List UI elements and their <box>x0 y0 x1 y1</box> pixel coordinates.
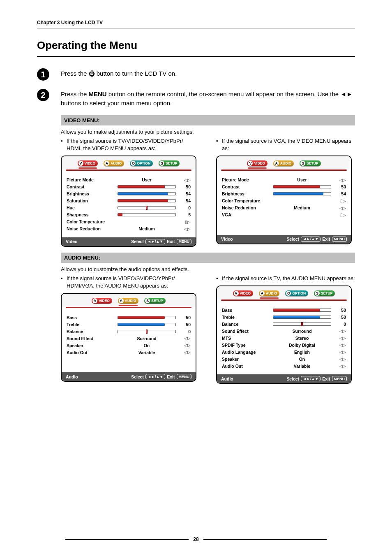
slider-bar[interactable] <box>118 323 176 326</box>
osd-row-value: Surround <box>273 329 331 334</box>
osd-tab-audio[interactable]: AAUDIO <box>257 290 281 298</box>
osd-row[interactable]: Sound EffectSurround◁▷ <box>222 327 346 334</box>
osd-row[interactable]: Audio LanguageEnglish◁▷ <box>222 348 346 355</box>
audio-tab-icon: A <box>119 298 124 303</box>
slider-bar[interactable] <box>118 206 176 209</box>
osd-tabs: VVIDEOAAUDIOSSETUP <box>62 294 196 307</box>
osd-tab-video[interactable]: VVIDEO <box>245 160 269 168</box>
osd-tab-label: OPTION <box>137 161 150 165</box>
osd-tab-label: VIDEO <box>240 291 251 295</box>
slider-bar[interactable] <box>118 185 176 188</box>
osd-row[interactable]: SPDIF TypeDolby Digital◁▷ <box>222 341 346 348</box>
osd-row[interactable]: Contrast50 <box>222 183 346 190</box>
osd-row[interactable]: Hue0 <box>67 204 191 211</box>
osd-row-number: 50 <box>334 315 346 320</box>
osd-tab-audio[interactable]: AAUDIO <box>116 297 140 305</box>
arrow-lr-icon: ◁▷ <box>178 343 191 348</box>
osd-tab-option[interactable]: OOPTION <box>284 290 310 298</box>
slider-bar[interactable] <box>118 330 176 333</box>
option-tab-icon: O <box>131 161 136 166</box>
osd-row-label: VGA <box>222 212 270 217</box>
osd-row-label: Sound Effect <box>222 329 270 334</box>
step-1: 1 Press the ⏻ button to turn the LCD TV … <box>37 67 355 81</box>
osd-row[interactable]: Noise ReductionMedium◁▷ <box>67 225 191 232</box>
audio-col-left: ▪ If the signal source is VIDEO/SVIDEO/Y… <box>61 275 200 384</box>
osd-footer-menu-badge: MENU <box>332 237 347 242</box>
slider-bar[interactable] <box>273 309 331 312</box>
slider-bar[interactable] <box>273 323 331 326</box>
osd-row-number: 54 <box>178 191 191 196</box>
osd-row[interactable]: Noise ReductionMedium◁▷ <box>222 204 346 211</box>
slider-bar[interactable] <box>273 185 331 188</box>
video-left-bullet: ▪ If the signal source is TV/VIDEO/SVIDE… <box>61 137 200 152</box>
osd-row[interactable]: Treble50 <box>222 313 346 320</box>
osd-row[interactable]: Sound EffectSurround◁▷ <box>67 335 191 342</box>
osd-tab-audio[interactable]: AAUDIO <box>102 160 126 168</box>
osd-footer-exit-label: Exit <box>167 374 175 379</box>
osd-row[interactable]: Sharpness5 <box>67 211 191 218</box>
osd-row[interactable]: Bass50 <box>67 314 191 321</box>
osd-tab-video[interactable]: VVIDEO <box>76 160 99 168</box>
osd-row[interactable]: Brightness54 <box>222 190 346 197</box>
arrow-enter-icon: ▯▷ <box>178 220 191 224</box>
step-number-2: 2 <box>37 89 49 101</box>
osd-tab-setup[interactable]: SSETUP <box>312 290 337 298</box>
osd-tab-label: VIDEO <box>254 161 265 165</box>
osd-row[interactable]: MTSStereo◁▷ <box>222 334 346 341</box>
osd-row[interactable]: Picture ModeUser◁▷ <box>222 176 346 183</box>
audio-left-bullet: ▪ If the signal source is VIDEO/SVIDEO/Y… <box>61 275 200 290</box>
osd-row-value: Dolby Digital <box>273 343 331 348</box>
osd-row[interactable]: Audio OutVariable◁▷ <box>222 362 346 369</box>
osd-tab-label: SETUP <box>321 291 332 295</box>
audio-col-right: ▪ If the signal source is TV, the AUDIO … <box>216 275 355 384</box>
osd-row-value: Variable <box>118 350 176 355</box>
osd-row[interactable]: Balance0 <box>67 328 191 335</box>
osd-body: Picture ModeUser◁▷Contrast50Brightness54… <box>62 172 196 237</box>
osd-row[interactable]: Balance0 <box>222 320 346 327</box>
osd-tab-option[interactable]: OOPTION <box>128 160 154 168</box>
osd-row-label: Audio Out <box>67 350 115 355</box>
osd-tab-setup[interactable]: SSETUP <box>143 297 167 305</box>
osd-tab-video[interactable]: VVIDEO <box>90 297 113 305</box>
osd-row-number: 0 <box>334 322 346 327</box>
osd-row-label: Contrast <box>67 184 115 189</box>
osd-footer-name: Audio <box>221 376 233 381</box>
osd-row-label: Bass <box>222 308 270 313</box>
page-number-area: 28 <box>0 536 392 542</box>
osd-tab-pill: VVIDEO <box>78 160 98 166</box>
osd-row[interactable]: Bass50 <box>222 306 346 313</box>
osd-tab-audio[interactable]: AAUDIO <box>272 160 295 168</box>
osd-row[interactable]: Audio OutVariable◁▷ <box>67 349 191 356</box>
osd-row[interactable]: Treble50 <box>67 321 191 328</box>
osd-tab-label: AUDIO <box>266 291 277 295</box>
osd-row-label: Speaker <box>67 343 115 348</box>
video-right-bullet: ▪ If the signal source is VGA, the VIDEO… <box>216 137 355 152</box>
arrow-lr-icon: ◁▷ <box>178 178 191 182</box>
osd-tab-setup[interactable]: SSETUP <box>298 160 322 168</box>
slider-bar[interactable] <box>118 316 176 319</box>
osd-row[interactable]: SpeakerOn◁▷ <box>222 355 346 362</box>
osd-row[interactable]: Color Temperature▯▷ <box>222 197 346 204</box>
osd-row[interactable]: Brightness54 <box>67 190 191 197</box>
slider-bar[interactable] <box>273 192 331 195</box>
osd-row[interactable]: Picture ModeUser◁▷ <box>67 176 191 183</box>
osd-row[interactable]: VGA▯▷ <box>222 211 346 218</box>
osd-tab-setup[interactable]: SSETUP <box>157 160 181 168</box>
audio-tab-icon: A <box>260 291 265 296</box>
osd-row[interactable]: Color Temperature▯▷ <box>67 218 191 225</box>
osd-row[interactable]: Saturation54 <box>67 197 191 204</box>
video-col-left: ▪ If the signal source is TV/VIDEO/SVIDE… <box>61 137 200 247</box>
osd-tab-video[interactable]: VVIDEO <box>231 290 255 298</box>
osd-row[interactable]: SpeakerOn◁▷ <box>67 342 191 349</box>
slider-bar[interactable] <box>273 316 331 319</box>
osd-row-value: Medium <box>273 205 331 210</box>
osd-row-label: Treble <box>222 315 270 320</box>
slider-bar[interactable] <box>118 192 176 195</box>
osd-body: Bass50Treble50Balance0Sound EffectSurrou… <box>62 310 196 372</box>
slider-bar[interactable] <box>118 199 176 202</box>
osd-tab-pill: VVIDEO <box>92 298 112 304</box>
osd-tab-label: AUDIO <box>280 161 291 165</box>
osd-tab-pill: VVIDEO <box>247 160 267 166</box>
osd-row[interactable]: Contrast50 <box>67 183 191 190</box>
slider-bar[interactable] <box>118 213 176 216</box>
